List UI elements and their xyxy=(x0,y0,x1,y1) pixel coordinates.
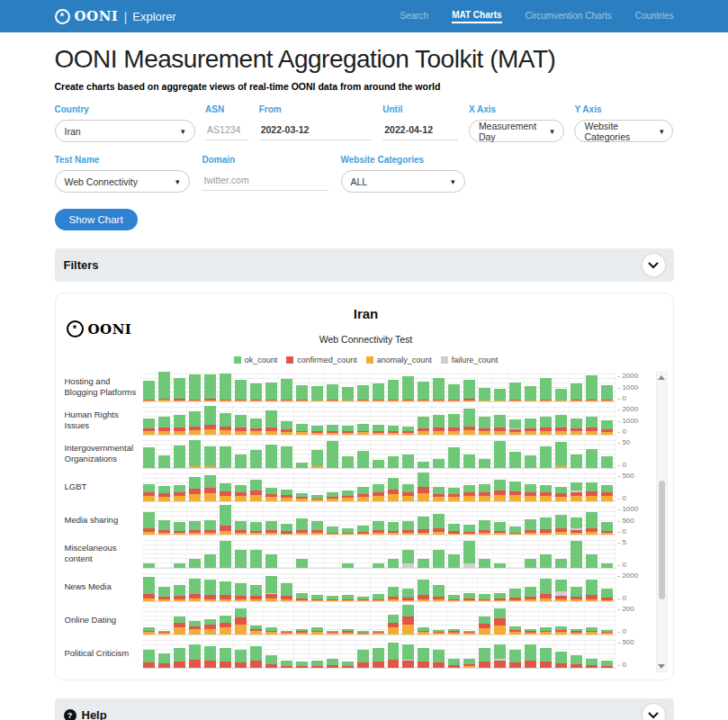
stacked-bar[interactable] xyxy=(174,638,185,668)
stacked-bar[interactable] xyxy=(342,405,354,435)
stacked-bar[interactable] xyxy=(433,538,445,568)
stacked-bar[interactable] xyxy=(204,505,216,535)
stacked-bar[interactable] xyxy=(327,472,338,501)
stacked-bar[interactable] xyxy=(433,605,445,634)
stacked-bar[interactable] xyxy=(479,405,490,435)
stacked-bar[interactable] xyxy=(494,372,506,401)
stacked-bar[interactable] xyxy=(448,372,460,401)
nav-countries[interactable]: Countries xyxy=(635,11,674,22)
website-categories-select[interactable]: ALL ▾ xyxy=(341,170,465,193)
stacked-bar[interactable] xyxy=(479,438,490,468)
stacked-bar[interactable] xyxy=(402,472,414,501)
stacked-bar[interactable] xyxy=(158,505,170,535)
stacked-bar[interactable] xyxy=(327,505,338,535)
stacked-bar[interactable] xyxy=(571,505,582,535)
stacked-bar[interactable] xyxy=(281,372,292,401)
test-name-select[interactable]: Web Connectivity ▾ xyxy=(55,170,190,193)
stacked-bar[interactable] xyxy=(250,505,262,535)
stacked-bar[interactable] xyxy=(418,438,429,468)
stacked-bar[interactable] xyxy=(402,505,414,535)
stacked-bar[interactable] xyxy=(143,405,155,435)
stacked-bar[interactable] xyxy=(601,505,613,535)
stacked-bar[interactable] xyxy=(296,505,308,535)
stacked-bar[interactable] xyxy=(525,538,536,568)
stacked-bar[interactable] xyxy=(555,605,567,634)
stacked-bar[interactable] xyxy=(250,572,262,601)
until-date-input[interactable] xyxy=(382,120,458,140)
stacked-bar[interactable] xyxy=(235,572,247,601)
stacked-bar[interactable] xyxy=(296,605,308,634)
stacked-bar[interactable] xyxy=(388,372,400,401)
stacked-bar[interactable] xyxy=(296,438,308,468)
y-axis-select[interactable]: Website Categories ▾ xyxy=(574,120,673,142)
stacked-bar[interactable] xyxy=(158,605,170,634)
stacked-bar[interactable] xyxy=(143,572,155,601)
stacked-bar[interactable] xyxy=(327,572,338,601)
stacked-bar[interactable] xyxy=(540,405,552,435)
stacked-bar[interactable] xyxy=(143,605,155,634)
stacked-bar[interactable] xyxy=(463,372,475,401)
stacked-bar[interactable] xyxy=(174,538,185,568)
stacked-bar[interactable] xyxy=(388,505,400,535)
stacked-bar[interactable] xyxy=(433,472,445,501)
stacked-bar[interactable] xyxy=(311,405,323,435)
stacked-bar[interactable] xyxy=(204,605,216,634)
stacked-bar[interactable] xyxy=(494,638,506,668)
stacked-bar[interactable] xyxy=(525,572,536,601)
stacked-bar[interactable] xyxy=(509,405,521,435)
stacked-bar[interactable] xyxy=(235,472,247,501)
stacked-bar[interactable] xyxy=(265,372,277,401)
stacked-bar[interactable] xyxy=(494,572,506,601)
stacked-bar[interactable] xyxy=(174,405,185,435)
stacked-bar[interactable] xyxy=(296,405,308,435)
stacked-bar[interactable] xyxy=(555,638,567,668)
stacked-bar[interactable] xyxy=(525,638,536,668)
stacked-bar[interactable] xyxy=(402,605,414,634)
stacked-bar[interactable] xyxy=(494,505,506,535)
stacked-bar[interactable] xyxy=(143,538,155,568)
stacked-bar[interactable] xyxy=(388,572,400,601)
stacked-bar[interactable] xyxy=(540,438,552,468)
stacked-bar[interactable] xyxy=(525,405,536,435)
stacked-bar[interactable] xyxy=(571,638,582,668)
stacked-bar[interactable] xyxy=(311,372,323,401)
filters-bar[interactable]: Filters xyxy=(55,248,674,282)
stacked-bar[interactable] xyxy=(220,572,231,601)
stacked-bar[interactable] xyxy=(235,405,247,435)
stacked-bar[interactable] xyxy=(448,572,460,601)
stacked-bar[interactable] xyxy=(571,472,582,501)
stacked-bar[interactable] xyxy=(235,605,247,634)
stacked-bar[interactable] xyxy=(555,405,567,435)
stacked-bar[interactable] xyxy=(327,372,338,401)
stacked-bar[interactable] xyxy=(418,405,429,435)
stacked-bar[interactable] xyxy=(296,638,308,668)
stacked-bar[interactable] xyxy=(342,472,354,501)
stacked-bar[interactable] xyxy=(479,605,490,634)
stacked-bar[interactable] xyxy=(525,372,536,401)
stacked-bar[interactable] xyxy=(373,372,384,401)
stacked-bar[interactable] xyxy=(586,572,598,601)
stacked-bar[interactable] xyxy=(601,405,613,435)
stacked-bar[interactable] xyxy=(189,605,201,634)
help-collapse-button[interactable] xyxy=(643,704,665,720)
stacked-bar[interactable] xyxy=(418,605,429,634)
stacked-bar[interactable] xyxy=(525,605,536,634)
stacked-bar[interactable] xyxy=(235,505,247,535)
stacked-bar[interactable] xyxy=(463,605,475,634)
stacked-bar[interactable] xyxy=(571,438,582,468)
stacked-bar[interactable] xyxy=(189,438,201,468)
stacked-bar[interactable] xyxy=(327,438,338,468)
stacked-bar[interactable] xyxy=(357,438,369,468)
stacked-bar[interactable] xyxy=(448,472,460,501)
stacked-bar[interactable] xyxy=(463,405,475,435)
stacked-bar[interactable] xyxy=(388,638,400,668)
stacked-bar[interactable] xyxy=(448,438,460,468)
stacked-bar[interactable] xyxy=(250,605,262,634)
stacked-bar[interactable] xyxy=(494,538,506,568)
stacked-bar[interactable] xyxy=(463,638,475,668)
stacked-bar[interactable] xyxy=(158,405,170,435)
stacked-bar[interactable] xyxy=(174,438,185,468)
stacked-bar[interactable] xyxy=(357,605,369,634)
stacked-bar[interactable] xyxy=(540,572,552,601)
stacked-bar[interactable] xyxy=(418,505,429,535)
